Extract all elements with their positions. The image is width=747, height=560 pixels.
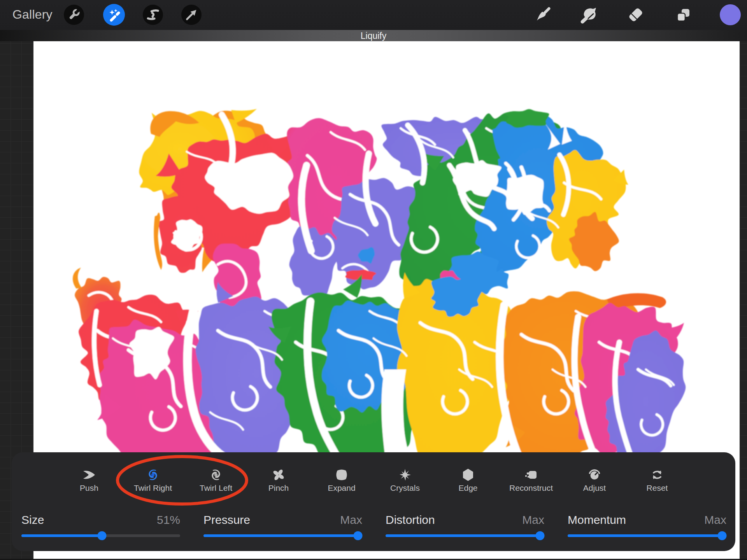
svg-text:Reset: Reset: [647, 483, 668, 492]
svg-text:Reconstruct: Reconstruct: [509, 483, 553, 492]
svg-text:Expand: Expand: [328, 483, 355, 492]
svg-text:Crystals: Crystals: [390, 483, 420, 492]
svg-text:Edge: Edge: [458, 483, 477, 492]
svg-text:Push: Push: [80, 483, 98, 492]
svg-text:Twirl Left: Twirl Left: [200, 483, 232, 492]
svg-text:51%: 51%: [157, 513, 180, 526]
svg-text:Pressure: Pressure: [203, 513, 250, 526]
svg-text:Momentum: Momentum: [568, 513, 626, 526]
svg-text:Adjust: Adjust: [583, 483, 606, 492]
svg-text:Twirl Right: Twirl Right: [134, 483, 172, 492]
svg-text:Distortion: Distortion: [386, 513, 435, 526]
svg-text:Max: Max: [522, 513, 544, 526]
svg-text:Pinch: Pinch: [268, 483, 289, 492]
svg-text:Max: Max: [704, 513, 726, 526]
svg-text:Max: Max: [340, 513, 362, 526]
svg-text:Size: Size: [21, 513, 44, 526]
